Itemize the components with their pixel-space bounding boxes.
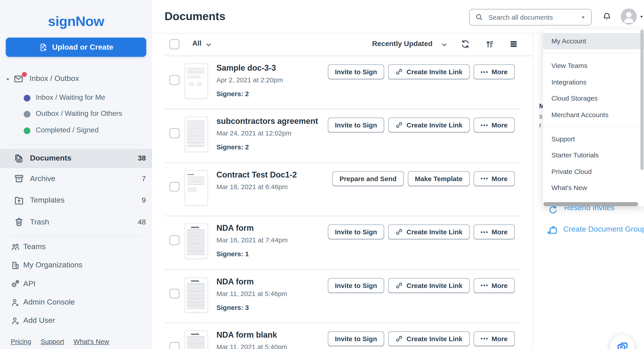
upload-or-create-button[interactable]: Upload or Create: [6, 38, 146, 57]
more-dots-icon: •••: [481, 282, 488, 288]
document-row: Sample doc-3-3 Apr 2, 2021 at 2:20pm Sig…: [164, 56, 532, 110]
account-caret-icon[interactable]: [639, 14, 644, 19]
row-checkbox[interactable]: [170, 182, 179, 192]
notification-dot: [22, 72, 27, 77]
menu-horizontal-scrollbar[interactable]: [543, 202, 638, 206]
document-title[interactable]: NDA form: [216, 277, 254, 286]
primary-action-button[interactable]: Invite to Sign: [328, 64, 384, 79]
search-input[interactable]: [488, 10, 579, 24]
primary-action-button[interactable]: Invite to Sign: [328, 331, 384, 346]
primary-action-label: Invite to Sign: [335, 68, 377, 76]
search-box[interactable]: [469, 9, 592, 26]
status-dot-icon: [24, 128, 30, 134]
document-thumbnail[interactable]: [185, 224, 208, 259]
signnow-logo[interactable]: signNow: [0, 14, 152, 30]
document-thumbnail[interactable]: [185, 277, 208, 312]
status-dot-icon: [24, 111, 30, 118]
primary-action-label: Invite to Sign: [335, 122, 377, 129]
link-icon: [395, 122, 403, 129]
primary-action-button[interactable]: Prepare and Send: [332, 171, 404, 186]
caret-down-icon[interactable]: [5, 77, 10, 82]
sidebar-tool-item[interactable]: Admin Console: [0, 293, 152, 312]
sidebar-tool-item[interactable]: API: [0, 274, 152, 293]
secondary-action-button[interactable]: Create Invite Link: [388, 224, 470, 239]
menu-group-help: SupportStarter TutorialsPrivate CloudWha…: [543, 131, 644, 206]
more-label: More: [492, 282, 508, 289]
primary-action-label: Invite to Sign: [335, 282, 377, 289]
secondary-action-button[interactable]: Create Invite Link: [388, 118, 470, 132]
sidebar-tool-item[interactable]: Add User: [0, 312, 152, 330]
sidebar-folder-item[interactable]: Templates 9: [0, 190, 152, 211]
document-title[interactable]: NDA form: [216, 224, 254, 233]
row-actions: Invite to Sign Create Invite Link ••• Mo…: [328, 118, 515, 132]
menu-divider: [543, 126, 644, 127]
sidebar-tool-item[interactable]: Teams: [0, 238, 152, 256]
document-row: Contract Test Doc1-2 Mar 18, 2021 at 6:4…: [164, 163, 532, 217]
footer-link[interactable]: Support: [41, 338, 64, 345]
avatar[interactable]: [621, 8, 637, 24]
row-checkbox[interactable]: [170, 342, 179, 349]
footer-link[interactable]: What's New: [74, 338, 109, 345]
footer-link[interactable]: Pricing: [11, 338, 31, 345]
filter-dropdown[interactable]: All: [192, 39, 202, 48]
document-thumbnail[interactable]: [185, 117, 208, 152]
more-button[interactable]: ••• More: [474, 331, 515, 346]
secondary-action-button[interactable]: Create Invite Link: [388, 278, 470, 293]
sidebar-subitem[interactable]: Inbox / Waiting for Me: [0, 90, 152, 106]
account-menu-item[interactable]: View Teams: [543, 58, 644, 74]
row-checkbox[interactable]: [170, 235, 179, 245]
more-dots-icon: •••: [481, 69, 488, 75]
secondary-action-label: Make Template: [415, 175, 462, 182]
select-all-checkbox[interactable]: [170, 39, 179, 49]
sidebar-subitem[interactable]: Completed / Signed: [0, 122, 152, 139]
more-button[interactable]: ••• More: [474, 171, 515, 186]
account-menu-item[interactable]: What's New: [543, 180, 644, 196]
sidebar-item-inbox-outbox[interactable]: Inbox / Outbox: [0, 73, 152, 86]
sidebar-folder-item[interactable]: Trash 48: [0, 211, 152, 233]
account-menu-item[interactable]: Starter Tutorials: [543, 147, 644, 164]
secondary-action-button[interactable]: Create Invite Link: [388, 64, 470, 79]
more-button[interactable]: ••• More: [474, 64, 515, 79]
list-view-icon[interactable]: [509, 39, 518, 49]
menu-item-my-account[interactable]: My Account: [543, 33, 644, 49]
primary-action-button[interactable]: Invite to Sign: [328, 118, 384, 132]
more-button[interactable]: ••• More: [474, 224, 515, 239]
sidebar-folder-item[interactable]: Archive 7: [0, 168, 152, 190]
document-thumbnail[interactable]: [185, 330, 208, 349]
document-title[interactable]: NDA form blank: [216, 330, 277, 340]
document-title[interactable]: Contract Test Doc1-2: [216, 170, 297, 180]
more-label: More: [492, 175, 508, 182]
search-scope-caret-icon[interactable]: [580, 15, 586, 20]
sidebar-subitem[interactable]: Outbox / Waiting for Others: [0, 106, 152, 122]
row-checkbox[interactable]: [170, 75, 179, 85]
more-button[interactable]: ••• More: [474, 118, 515, 132]
sort-order-icon[interactable]: [485, 39, 495, 49]
sort-dropdown[interactable]: Recently Updated: [372, 40, 432, 48]
document-thumbnail[interactable]: [185, 170, 208, 206]
sidebar-folder-item[interactable]: Documents 38: [0, 149, 152, 168]
account-menu-item[interactable]: Private Cloud: [543, 164, 644, 180]
secondary-action-label: Create Invite Link: [406, 335, 462, 342]
folder-item-label: Templates: [30, 196, 64, 205]
sort-chevron-down-icon[interactable]: [441, 42, 448, 48]
account-menu-item[interactable]: Support: [543, 131, 644, 147]
notifications-bell-icon[interactable]: [602, 12, 612, 22]
primary-action-button[interactable]: Invite to Sign: [328, 278, 384, 293]
document-thumbnail[interactable]: [185, 64, 208, 99]
secondary-action-button[interactable]: Make Template: [408, 171, 470, 186]
filter-chevron-down-icon[interactable]: [205, 42, 212, 48]
secondary-action-button[interactable]: Create Invite Link: [388, 331, 470, 346]
account-menu-item[interactable]: Integrations: [543, 74, 644, 90]
account-menu-item[interactable]: Cloud Storages: [543, 90, 644, 107]
document-title[interactable]: subcontractors agreement: [216, 117, 318, 126]
page-vertical-scrollbar[interactable]: [640, 30, 644, 170]
document-title[interactable]: Sample doc-3-3: [216, 64, 276, 73]
refresh-icon[interactable]: [461, 39, 470, 49]
account-menu-item[interactable]: Merchant Accounts: [543, 107, 644, 123]
row-checkbox[interactable]: [170, 289, 179, 298]
more-dots-icon: •••: [481, 336, 488, 342]
more-button[interactable]: ••• More: [474, 278, 515, 293]
primary-action-button[interactable]: Invite to Sign: [328, 224, 384, 239]
row-checkbox[interactable]: [170, 128, 179, 138]
sidebar-tool-item[interactable]: My Organizations: [0, 256, 152, 275]
